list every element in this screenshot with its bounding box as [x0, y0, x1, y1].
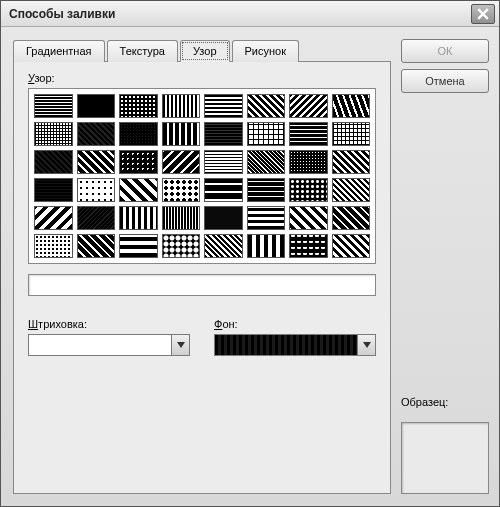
- pattern-swatch[interactable]: [247, 206, 286, 230]
- tab-picture[interactable]: Рисунок: [232, 40, 300, 62]
- pattern-swatch[interactable]: [119, 178, 158, 202]
- pattern-swatch[interactable]: [34, 178, 73, 202]
- pattern-swatch[interactable]: [162, 178, 201, 202]
- pattern-swatch[interactable]: [204, 150, 243, 174]
- pattern-swatch[interactable]: [77, 234, 116, 258]
- pattern-swatch[interactable]: [204, 122, 243, 146]
- ok-button[interactable]: ОК: [401, 39, 489, 63]
- pattern-name-field: [28, 274, 376, 296]
- background-label: Фон:: [214, 318, 376, 330]
- left-column: Градиентная Текстура Узор Рисунок Узор:: [13, 39, 391, 494]
- sample-preview: [401, 422, 489, 494]
- pattern-swatch[interactable]: [204, 206, 243, 230]
- chevron-down-icon: [177, 342, 185, 348]
- pattern-swatch[interactable]: [77, 150, 116, 174]
- background-combo[interactable]: [214, 334, 376, 356]
- foreground-group: Штриховка:: [28, 318, 190, 356]
- background-value: [215, 335, 357, 355]
- pattern-swatch[interactable]: [289, 150, 328, 174]
- pattern-swatch[interactable]: [34, 122, 73, 146]
- fill-effects-dialog: Способы заливки Градиентная Текстура Узо…: [0, 0, 500, 507]
- tab-panel-pattern: Узор:: [13, 61, 391, 494]
- pattern-swatch[interactable]: [204, 234, 243, 258]
- pattern-swatch[interactable]: [247, 122, 286, 146]
- pattern-swatch[interactable]: [119, 234, 158, 258]
- pattern-swatch[interactable]: [247, 94, 286, 118]
- window-title: Способы заливки: [9, 7, 471, 21]
- pattern-swatch[interactable]: [162, 150, 201, 174]
- dialog-body: Градиентная Текстура Узор Рисунок Узор:: [1, 27, 499, 506]
- pattern-swatch[interactable]: [77, 94, 116, 118]
- pattern-swatch[interactable]: [119, 206, 158, 230]
- pattern-swatch[interactable]: [332, 94, 371, 118]
- chevron-down-icon: [363, 342, 371, 348]
- pattern-grid: [34, 94, 370, 258]
- pattern-swatch[interactable]: [77, 206, 116, 230]
- pattern-swatch[interactable]: [77, 122, 116, 146]
- pattern-swatch[interactable]: [332, 150, 371, 174]
- pattern-swatch[interactable]: [204, 94, 243, 118]
- pattern-swatch[interactable]: [247, 150, 286, 174]
- background-group: Фон:: [214, 318, 376, 356]
- tab-gradient[interactable]: Градиентная: [13, 40, 105, 62]
- pattern-swatch[interactable]: [247, 178, 286, 202]
- pattern-swatch[interactable]: [119, 94, 158, 118]
- pattern-swatch[interactable]: [289, 94, 328, 118]
- color-row: Штриховка: Фон:: [28, 318, 376, 356]
- sample-label: Образец:: [401, 396, 489, 408]
- pattern-swatch[interactable]: [34, 94, 73, 118]
- pattern-swatch[interactable]: [119, 150, 158, 174]
- pattern-swatch[interactable]: [289, 206, 328, 230]
- foreground-dropdown-arrow[interactable]: [171, 335, 189, 355]
- pattern-swatch[interactable]: [289, 178, 328, 202]
- background-dropdown-arrow[interactable]: [357, 335, 375, 355]
- pattern-grid-frame: [28, 88, 376, 264]
- pattern-swatch[interactable]: [34, 150, 73, 174]
- pattern-swatch[interactable]: [204, 178, 243, 202]
- pattern-swatch[interactable]: [34, 234, 73, 258]
- pattern-swatch[interactable]: [162, 122, 201, 146]
- tab-texture[interactable]: Текстура: [107, 40, 178, 62]
- foreground-combo[interactable]: [28, 334, 190, 356]
- pattern-swatch[interactable]: [162, 206, 201, 230]
- pattern-swatch[interactable]: [332, 122, 371, 146]
- close-icon: [477, 8, 489, 20]
- tab-pattern[interactable]: Узор: [180, 40, 230, 62]
- pattern-swatch[interactable]: [34, 206, 73, 230]
- pattern-swatch[interactable]: [247, 234, 286, 258]
- right-column: ОК Отмена Образец:: [401, 39, 489, 494]
- cancel-button[interactable]: Отмена: [401, 69, 489, 93]
- titlebar: Способы заливки: [1, 1, 499, 27]
- tab-strip: Градиентная Текстура Узор Рисунок: [13, 39, 391, 61]
- pattern-swatch[interactable]: [332, 178, 371, 202]
- pattern-swatch[interactable]: [332, 234, 371, 258]
- pattern-swatch[interactable]: [332, 206, 371, 230]
- pattern-label: Узор:: [28, 72, 376, 84]
- pattern-swatch[interactable]: [289, 122, 328, 146]
- pattern-swatch[interactable]: [119, 122, 158, 146]
- foreground-value: [29, 335, 171, 355]
- pattern-swatch[interactable]: [162, 234, 201, 258]
- pattern-swatch[interactable]: [289, 234, 328, 258]
- close-button[interactable]: [471, 4, 495, 24]
- pattern-swatch[interactable]: [162, 94, 201, 118]
- pattern-swatch[interactable]: [77, 178, 116, 202]
- foreground-label: Штриховка:: [28, 318, 190, 330]
